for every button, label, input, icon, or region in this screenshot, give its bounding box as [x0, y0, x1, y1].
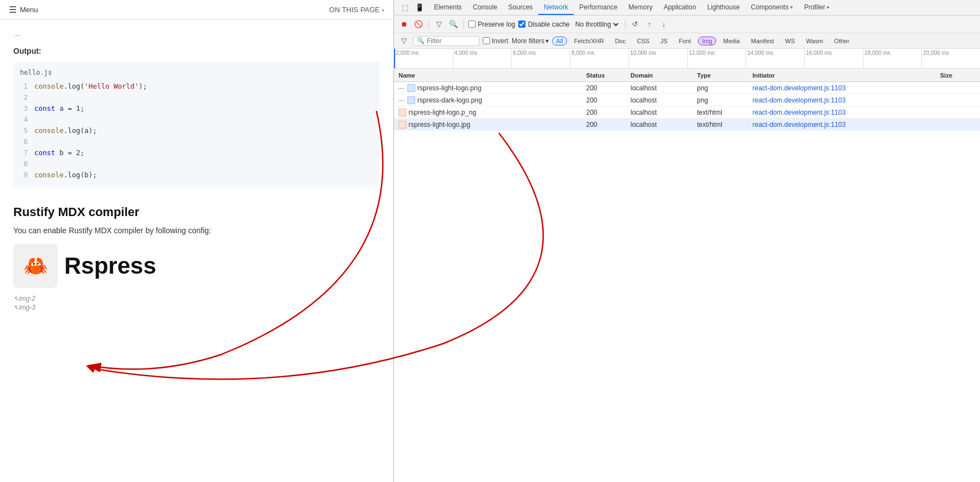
network-table[interactable]: Name Status Domain Type Initiator Size —…: [394, 69, 980, 482]
timeline-ruler: 2,000 ms 4,000 ms 6,000 ms 8,000 ms 10,0…: [394, 49, 980, 68]
filter-input-wrap: 🔍: [413, 36, 479, 46]
on-this-page-link[interactable]: ON THIS PAGE: [329, 6, 384, 14]
code-line-8: 8: [20, 158, 373, 170]
tab-lighthouse[interactable]: Lighthouse: [702, 0, 746, 15]
refresh-icon[interactable]: ↺: [630, 19, 641, 30]
tab-performance[interactable]: Performance: [574, 0, 623, 15]
td-type-4: text/html: [693, 121, 748, 129]
filter-input[interactable]: [427, 37, 471, 45]
img-3-placeholder: ↖img-3: [13, 304, 380, 311]
tab-memory[interactable]: Memory: [623, 0, 658, 15]
td-type-2: png: [693, 96, 748, 104]
table-row[interactable]: rspress-light-logo.p_ng 200 localhost te…: [394, 106, 980, 119]
filter-button[interactable]: ▽: [433, 19, 445, 30]
td-initiator-1: react-dom.development.js:1103: [748, 84, 936, 92]
filter-tag-other[interactable]: Other: [830, 37, 854, 45]
table-row[interactable]: rspress-light-logo.jpg 200 localhost tex…: [394, 119, 980, 131]
tab-profiler[interactable]: Profiler ●: [799, 0, 835, 15]
timeline-tick-1: 2,000 ms: [394, 49, 453, 68]
td-domain-1: localhost: [626, 84, 693, 92]
code-line-6: 6: [20, 136, 373, 147]
th-name[interactable]: Name: [394, 72, 582, 79]
code-line-5: 5 console.log(a);: [20, 125, 373, 136]
rspress-icon: 🦀: [13, 244, 58, 288]
timeline-tick-4: 8,000 ms: [570, 49, 629, 68]
filter-tag-js[interactable]: JS: [657, 37, 672, 45]
filter-icon[interactable]: ▽: [399, 35, 410, 47]
section-title: Rustify MDX compiler: [13, 205, 380, 219]
code-line-2: 2: [20, 92, 373, 103]
throttling-select[interactable]: No throttling: [573, 20, 620, 29]
device-icon[interactable]: 📱: [413, 1, 426, 14]
filter-tag-ws[interactable]: WS: [781, 37, 799, 45]
inspect-icon[interactable]: ⬚: [399, 1, 412, 14]
upload-icon[interactable]: ↑: [644, 19, 655, 30]
tab-application[interactable]: Application: [658, 0, 702, 15]
tab-components[interactable]: Components ●: [746, 0, 799, 15]
menu-button[interactable]: ☰ Menu: [9, 4, 38, 15]
code-line-7: 7 const b = 2;: [20, 147, 373, 158]
devtools-left-icons: ⬚ 📱: [396, 1, 428, 14]
network-toolbar: ⏺ 🚫 ▽ 🔍 Preserve log Disable cache No th…: [394, 16, 980, 33]
file-icon-1: [407, 84, 415, 92]
th-size[interactable]: Size: [936, 72, 980, 79]
td-status-2: 200: [582, 96, 626, 104]
disable-cache-label[interactable]: Disable cache: [518, 20, 569, 28]
filter-tag-doc[interactable]: Doc: [611, 37, 630, 45]
filter-tag-img[interactable]: Img: [698, 37, 716, 45]
filter-tag-media[interactable]: Media: [719, 37, 744, 45]
filter-tag-font[interactable]: Font: [675, 37, 695, 45]
output-label: Output:: [13, 47, 380, 55]
code-line-4: 4: [20, 114, 373, 125]
filter-tag-manifest[interactable]: Manifest: [747, 37, 778, 45]
profiler-badge: ●: [826, 4, 830, 10]
table-row[interactable]: — rspress-dark-logo.png 200 localhost pn…: [394, 94, 980, 106]
stop-recording-button[interactable]: 🚫: [413, 19, 424, 30]
filter-tag-css[interactable]: CSS: [633, 37, 654, 45]
components-badge: ●: [790, 4, 793, 10]
tab-console[interactable]: Console: [467, 0, 503, 15]
code-line-9: 9 console.log(b);: [20, 170, 373, 181]
td-status-3: 200: [582, 109, 626, 116]
th-type[interactable]: Type: [693, 72, 748, 79]
td-domain-3: localhost: [626, 109, 693, 116]
timeline-tick-8: 16,000 ms: [804, 49, 863, 68]
td-domain-2: localhost: [626, 96, 693, 104]
invert-label[interactable]: Invert: [483, 37, 508, 45]
preserve-log-checkbox[interactable]: [468, 20, 476, 28]
filter-tag-fetch[interactable]: Fetch/XHR: [570, 37, 608, 45]
section-text: You can enable Rustify MDX compiler by f…: [13, 226, 380, 235]
hamburger-icon: ☰: [9, 4, 17, 15]
filter-tag-all[interactable]: All: [552, 37, 566, 45]
timeline-tick-6: 12,000 ms: [687, 49, 746, 68]
tab-sources[interactable]: Sources: [503, 0, 538, 15]
td-type-1: png: [693, 84, 748, 92]
download-icon[interactable]: ↓: [659, 19, 670, 30]
preserve-log-label[interactable]: Preserve log: [468, 20, 515, 28]
td-name-3: rspress-light-logo.p_ng: [394, 109, 582, 116]
devtools-main: ⏺ 🚫 ▽ 🔍 Preserve log Disable cache No th…: [394, 16, 980, 482]
file-icon-3: [399, 109, 406, 116]
tab-network[interactable]: Network: [538, 0, 574, 15]
filter-search-icon: 🔍: [417, 37, 425, 44]
th-initiator[interactable]: Initiator: [748, 72, 936, 79]
td-initiator-3: react-dom.development.js:1103: [748, 109, 936, 116]
table-row[interactable]: — rspress-light-logo.png 200 localhost p…: [394, 82, 980, 94]
more-filters-button[interactable]: More filters ▾: [512, 37, 549, 45]
content-area: ... Output: hello.js 1 console.log('Hell…: [0, 20, 393, 335]
left-panel: ☰ Menu ON THIS PAGE ... Output: hello.js…: [0, 0, 394, 482]
filter-tag-wasm[interactable]: Wasm: [802, 37, 827, 45]
invert-checkbox[interactable]: [483, 37, 490, 44]
devtools-tab-bar: ⬚ 📱 Elements Console Sources Network Per…: [394, 0, 980, 16]
code-block: hello.js 1 console.log('Hello World'); 2…: [13, 62, 380, 187]
timeline-tick-9: 18,000 ms: [863, 49, 922, 68]
td-name-4: rspress-light-logo.jpg: [394, 121, 582, 129]
record-button[interactable]: ⏺: [399, 19, 410, 30]
filter-bar: ▽ 🔍 Invert More filters ▾ All Fetch/XHR …: [394, 33, 980, 49]
tab-elements[interactable]: Elements: [428, 0, 467, 15]
toolbar-separator-2: [463, 20, 464, 29]
th-status[interactable]: Status: [582, 72, 626, 79]
disable-cache-checkbox[interactable]: [518, 20, 525, 28]
th-domain[interactable]: Domain: [626, 72, 693, 79]
search-button[interactable]: 🔍: [448, 19, 459, 30]
